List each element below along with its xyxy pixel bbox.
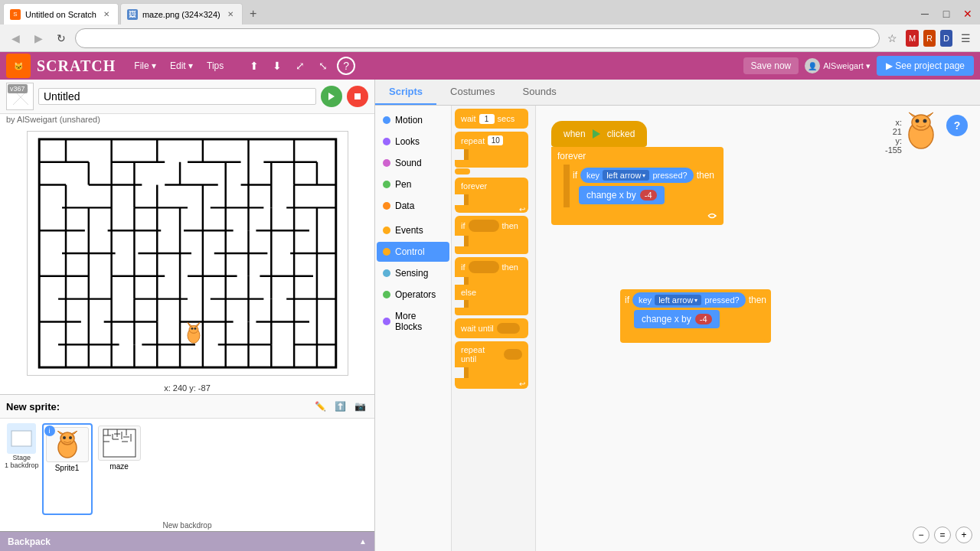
forever-block[interactable]: forever ↩ bbox=[455, 178, 528, 213]
scratch-app: 🐱 SCRATCH File ▾ Edit ▾ Tips ⬆ ⬇ ⤢ ⤡ ? S… bbox=[0, 52, 980, 551]
key-dropdown-2: left arrow ▾ bbox=[655, 295, 701, 305]
stage-coordinates: x: 240 y: -87 bbox=[0, 382, 374, 394]
category-sound[interactable]: Sound bbox=[377, 153, 449, 173]
help-button[interactable]: ? bbox=[337, 57, 355, 75]
zoom-out-button[interactable]: − bbox=[913, 527, 929, 543]
more-blocks-dot bbox=[383, 318, 390, 325]
account2-icon[interactable]: D bbox=[940, 30, 952, 47]
when-clicked-block[interactable]: when clicked bbox=[551, 121, 647, 147]
maximize-button[interactable]: □ bbox=[937, 5, 956, 23]
menu-icon[interactable]: ☰ bbox=[957, 30, 974, 47]
hint-button[interactable]: ? bbox=[946, 115, 968, 136]
forever-wrapper[interactable]: forever if key left arrow ▾ pressed? the… bbox=[551, 147, 724, 225]
change-value-2: -4 bbox=[695, 314, 712, 324]
sprites-header: New sprite: ✏️ ⬆️ 📷 bbox=[0, 395, 374, 419]
if-else-block[interactable]: if then else bbox=[455, 257, 528, 315]
forward-button[interactable]: ▶ bbox=[29, 29, 47, 47]
if-block[interactable]: if then bbox=[455, 216, 528, 254]
expand-button[interactable]: ⤢ bbox=[291, 57, 309, 75]
green-flag-button[interactable] bbox=[321, 86, 342, 107]
category-looks[interactable]: Looks bbox=[377, 132, 449, 152]
motion-dot bbox=[383, 116, 390, 124]
zoom-fit-button[interactable]: = bbox=[934, 527, 951, 543]
new-tab-button[interactable]: + bbox=[244, 5, 263, 23]
repeat-block[interactable]: repeat 10 bbox=[455, 132, 528, 174]
maze-svg bbox=[28, 132, 348, 375]
looks-dot bbox=[383, 138, 390, 145]
svg-marker-1 bbox=[328, 93, 335, 100]
maze-thumb bbox=[98, 425, 141, 461]
scratch-favicon: S bbox=[10, 9, 21, 20]
sprites-panel: New sprite: ✏️ ⬆️ 📷 Stage 1 backdrop bbox=[0, 394, 374, 531]
minimize-button[interactable]: ─ bbox=[916, 5, 934, 23]
wait-until-block[interactable]: wait until bbox=[455, 318, 528, 338]
scratch-nav: File ▾ Edit ▾ Tips bbox=[128, 57, 230, 74]
download-button[interactable]: ⬇ bbox=[268, 57, 286, 75]
maze-tab-close[interactable]: ✕ bbox=[225, 9, 236, 20]
stage-area: v367 by AlSweigart (unshared) bbox=[0, 80, 375, 551]
category-pen[interactable]: Pen bbox=[377, 174, 449, 194]
change-x-block-1[interactable]: change x by -4 bbox=[579, 186, 665, 204]
stage-name: Stage bbox=[13, 454, 31, 461]
category-operators[interactable]: Operators bbox=[377, 285, 449, 305]
close-window-button[interactable]: ✕ bbox=[959, 5, 977, 23]
category-motion[interactable]: Motion bbox=[377, 110, 449, 130]
category-events[interactable]: Events bbox=[377, 220, 449, 240]
camera-sprite-button[interactable]: 📷 bbox=[351, 398, 368, 415]
wait-block[interactable]: wait 1 secs bbox=[455, 109, 528, 129]
tab-costumes[interactable]: Costumes bbox=[436, 80, 509, 105]
compress-button[interactable]: ⤡ bbox=[314, 57, 332, 75]
data-dot bbox=[383, 202, 390, 210]
username[interactable]: AlSweigart ▾ bbox=[823, 61, 871, 71]
maze-tab[interactable]: 🖼 maze.png (324×324) ✕ bbox=[120, 3, 243, 24]
edit-menu[interactable]: Edit ▾ bbox=[164, 57, 199, 74]
project-name-input[interactable] bbox=[38, 88, 316, 105]
repeat-until-block[interactable]: repeat until ↩ bbox=[455, 341, 528, 389]
category-control[interactable]: Control bbox=[377, 242, 449, 262]
upload-button[interactable]: ⬆ bbox=[245, 57, 263, 75]
maze-sprite-item[interactable]: maze bbox=[96, 423, 143, 515]
header-right: Save now 👤 AlSweigart ▾ ▶ See project pa… bbox=[743, 56, 974, 76]
stop-button[interactable] bbox=[347, 86, 368, 107]
save-now-button[interactable]: Save now bbox=[743, 57, 799, 74]
sensing-dot bbox=[383, 269, 390, 277]
see-project-button[interactable]: ▶ See project page bbox=[877, 56, 974, 76]
backpack-bar[interactable]: Backpack ▲ bbox=[0, 531, 374, 551]
tips-link[interactable]: Tips bbox=[201, 57, 230, 74]
file-menu[interactable]: File ▾ bbox=[128, 57, 162, 74]
zoom-in-button[interactable]: + bbox=[956, 527, 972, 543]
refresh-button[interactable]: ↻ bbox=[52, 29, 70, 47]
sound-dot bbox=[383, 159, 390, 167]
category-data[interactable]: Data bbox=[377, 196, 449, 216]
account-icon[interactable]: R bbox=[923, 30, 936, 47]
sprite1-item[interactable]: i bbox=[42, 423, 93, 515]
tab-sounds[interactable]: Sounds bbox=[509, 80, 570, 105]
scripts-area: Scripts Costumes Sounds Motion Looks bbox=[375, 80, 980, 551]
cat-preview: x: 21 y: -155 bbox=[902, 112, 940, 152]
upload-sprite-button[interactable]: ⬆️ bbox=[332, 398, 348, 415]
category-more-blocks[interactable]: More Blocks bbox=[377, 306, 449, 337]
paint-sprite-button[interactable]: ✏️ bbox=[312, 398, 328, 415]
new-backdrop-label: New backdrop bbox=[0, 520, 374, 531]
stage-top: v367 bbox=[0, 80, 374, 114]
address-input[interactable]: scratch.mit.edu/projects/12103222/#edito… bbox=[75, 28, 880, 48]
change-x-block-2[interactable]: change x by -4 bbox=[634, 310, 720, 328]
back-button[interactable]: ◀ bbox=[6, 29, 24, 47]
svg-marker-113 bbox=[71, 431, 77, 434]
scratch-logo: SCRATCH bbox=[37, 57, 116, 75]
more-blocks-label: More Blocks bbox=[395, 311, 443, 332]
svg-marker-133 bbox=[926, 112, 933, 116]
gmail-icon[interactable]: M bbox=[906, 30, 919, 47]
category-sensing[interactable]: Sensing bbox=[377, 263, 449, 283]
tab-scripts[interactable]: Scripts bbox=[375, 80, 436, 105]
scratch-logo-icon: 🐱 bbox=[6, 54, 31, 78]
if-key-left-block[interactable]: if key left arrow ▾ pressed? then change… bbox=[564, 165, 717, 207]
stage-sprite-item[interactable]: Stage 1 backdrop bbox=[5, 423, 39, 515]
bookmark-icon[interactable]: ☆ bbox=[884, 30, 901, 47]
if-key-left-block-2[interactable]: if key left arrow ▾ pressed? then change… bbox=[620, 289, 771, 343]
scratch-tab-close[interactable]: ✕ bbox=[101, 9, 112, 20]
address-bar-row: ◀ ▶ ↻ scratch.mit.edu/projects/12103222/… bbox=[0, 24, 980, 52]
scratch-tab[interactable]: S Untitled on Scratch ✕ bbox=[3, 3, 119, 24]
key-condition-1: key left arrow ▾ pressed? bbox=[580, 168, 694, 183]
svg-point-106 bbox=[191, 328, 193, 330]
